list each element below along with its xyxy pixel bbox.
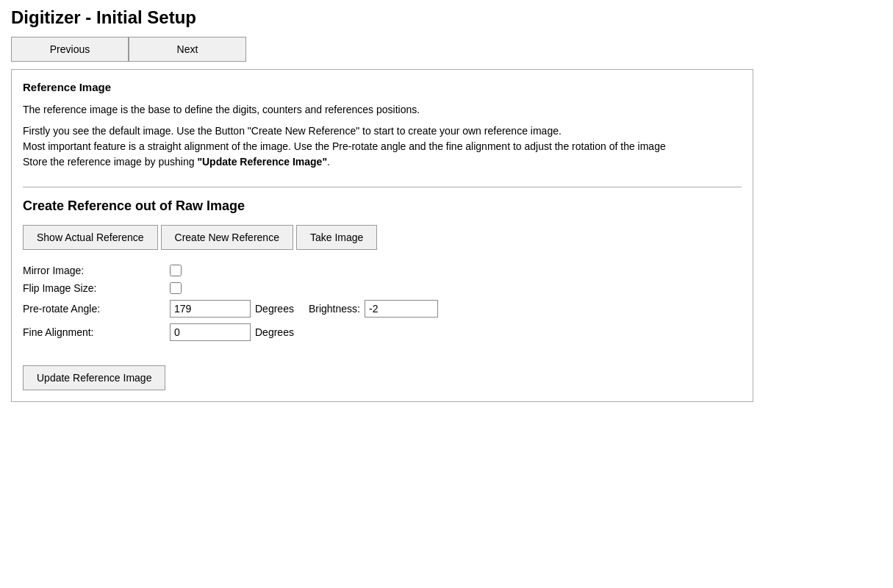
update-reference-image-button[interactable]: Update Reference Image xyxy=(23,365,165,390)
reference-image-section: Reference Image The reference image is t… xyxy=(23,81,742,187)
create-new-reference-button[interactable]: Create New Reference xyxy=(161,225,293,250)
update-button-container: Update Reference Image xyxy=(23,347,742,390)
pre-rotate-degrees: Degrees xyxy=(255,303,294,315)
next-button[interactable]: Next xyxy=(129,37,246,62)
action-buttons-row: Show Actual Reference Create New Referen… xyxy=(23,225,742,250)
take-image-button[interactable]: Take Image xyxy=(296,225,377,250)
fine-alignment-label: Fine Alignment: xyxy=(23,326,170,338)
brightness-label: Brightness: xyxy=(309,303,360,315)
pre-rotate-row: Pre-rotate Angle: Degrees Brightness: xyxy=(23,300,742,318)
flip-image-checkbox[interactable] xyxy=(170,282,182,294)
main-panel: Reference Image The reference image is t… xyxy=(11,69,753,402)
flip-image-row: Flip Image Size: xyxy=(23,282,742,294)
flip-image-label: Flip Image Size: xyxy=(23,282,170,294)
previous-button[interactable]: Previous xyxy=(11,37,129,62)
fine-alignment-input[interactable] xyxy=(170,323,251,341)
mirror-image-row: Mirror Image: xyxy=(23,265,742,276)
update-reference-bold: "Update Reference Image" xyxy=(197,156,327,168)
pre-rotate-input[interactable] xyxy=(170,300,251,318)
brightness-row: Brightness: xyxy=(309,300,438,318)
pre-rotate-label: Pre-rotate Angle: xyxy=(23,303,170,315)
create-reference-section: Create Reference out of Raw Image Show A… xyxy=(23,187,742,390)
page-title: Digitizer - Initial Setup xyxy=(11,7,882,28)
show-actual-reference-button[interactable]: Show Actual Reference xyxy=(23,225,158,250)
mirror-image-checkbox[interactable] xyxy=(170,265,182,276)
fine-alignment-row: Fine Alignment: Degrees xyxy=(23,323,742,341)
reference-image-desc2: Firstly you see the default image. Use t… xyxy=(23,123,742,170)
brightness-input[interactable] xyxy=(365,300,438,318)
mirror-image-label: Mirror Image: xyxy=(23,265,170,276)
nav-buttons: Previous Next xyxy=(11,37,882,62)
reference-image-desc1: The reference image is the base to defin… xyxy=(23,102,742,118)
create-reference-heading: Create Reference out of Raw Image xyxy=(23,198,742,214)
fine-alignment-degrees: Degrees xyxy=(255,326,294,338)
reference-image-heading: Reference Image xyxy=(23,81,742,93)
